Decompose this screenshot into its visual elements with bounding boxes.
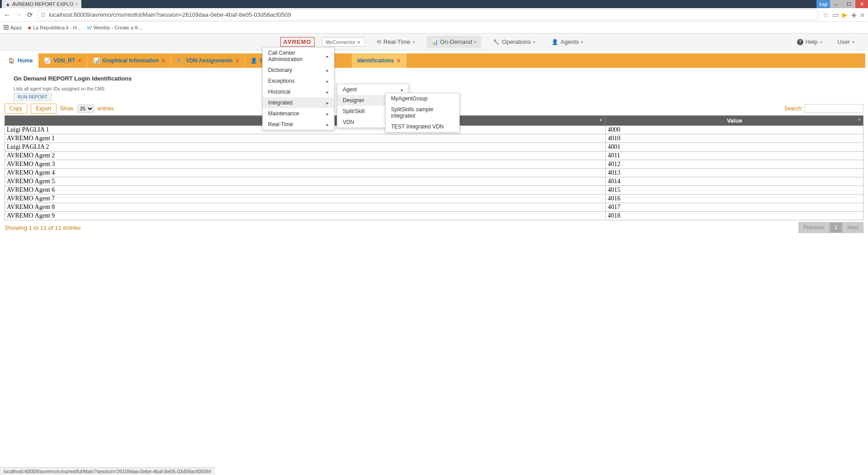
user-badge[interactable]: luigi <box>816 0 830 8</box>
cell-name: AVREMO Agent 9 <box>5 212 606 220</box>
app-logo: AVREMO <box>280 37 315 47</box>
tab-home[interactable]: 🏠 Home <box>3 53 38 68</box>
report-subtitle: Lists all agent login IDs assigned on th… <box>14 86 854 91</box>
menu-item[interactable]: MyAgentGroup <box>386 93 459 104</box>
search-label: Search: <box>784 105 803 112</box>
table-row: Luigi PAGLIA 24001 <box>5 143 863 152</box>
menu-item[interactable]: Maintenance▸ <box>263 108 334 119</box>
tab-graphical[interactable]: 📊 Graphical Information × <box>88 53 171 68</box>
close-icon[interactable]: × <box>78 57 81 64</box>
menu-item[interactable]: Historical▸ <box>263 86 334 97</box>
run-report-button[interactable]: RUN REPORT <box>14 93 52 101</box>
tab-title: AVREMO REPORT EXPLO <box>12 1 73 7</box>
page-size-select[interactable]: 25 <box>77 104 94 113</box>
table-row: AVREMO Agent 34012 <box>5 160 863 169</box>
maximize-button[interactable]: ☐ <box>843 0 855 8</box>
col-value[interactable]: Value♦ <box>606 116 863 126</box>
cell-name: Luigi PAGLIA 2 <box>5 143 606 152</box>
menu-help[interactable]: ? Help ▾ <box>793 36 827 48</box>
star-icon[interactable]: ☆ <box>823 11 829 19</box>
browser-tab[interactable]: ▲ AVREMO REPORT EXPLO × <box>2 0 81 8</box>
table-row: AVREMO Agent 14010 <box>5 134 863 143</box>
close-icon[interactable]: × <box>236 57 239 64</box>
close-icon[interactable]: × <box>161 57 165 64</box>
copy-button[interactable]: Copy <box>5 104 27 114</box>
table-row: AVREMO Agent 94018 <box>5 212 863 220</box>
close-icon[interactable]: × <box>75 1 78 7</box>
prev-button[interactable]: Previous <box>798 222 830 233</box>
window-close-button[interactable]: ✕ <box>855 0 868 8</box>
browser-title-bar: ▲ AVREMO REPORT EXPLO × luigi – ☐ ✕ <box>0 0 868 8</box>
entries-label: entries <box>98 105 114 112</box>
search-input[interactable] <box>805 104 863 113</box>
play-icon[interactable]: ▶ <box>842 11 848 19</box>
menu-item[interactable]: TEST Integrated VDN <box>386 121 459 132</box>
menu-item[interactable]: Exceptions▸ <box>263 76 334 86</box>
cell-name: AVREMO Agent 6 <box>5 186 606 195</box>
menu-item[interactable]: Call Center Administration▸ <box>263 48 334 65</box>
address-bar: ← → ⟳ 🗋 localhost:60009/avremo/cms/restf… <box>0 8 868 22</box>
device-icon[interactable]: ▭ <box>832 11 839 19</box>
connector-select[interactable]: MyConnector ▼ <box>322 38 365 47</box>
chart-icon: 📊 <box>431 39 438 45</box>
cell-value: 4016 <box>606 195 863 203</box>
menu-user[interactable]: User ▾ <box>833 36 859 48</box>
cell-name: AVREMO Agent 7 <box>5 195 606 203</box>
menu-item[interactable]: Dictionary▸ <box>263 65 334 76</box>
url-field[interactable]: 🗋 localhost:60009/avremo/cms/restful/Mai… <box>38 10 818 20</box>
cell-value: 4015 <box>606 186 863 195</box>
help-icon: ? <box>797 39 803 45</box>
tab-vdn-rt[interactable]: 📈 VDN_RT × <box>38 53 87 68</box>
menu-operations[interactable]: 🔧 Operations ▾ <box>488 36 540 48</box>
bookmarks-bar: Apps ■ La Repubblica.it - H... W Weebly … <box>0 22 868 33</box>
table-footer: Showing 1 to 11 of 11 entries Previous 1… <box>5 222 863 233</box>
cell-name: AVREMO Agent 2 <box>5 152 606 160</box>
bookmark-item[interactable]: ■ La Repubblica.it - H... <box>28 25 80 30</box>
menu-icon[interactable]: ≡ <box>860 11 864 19</box>
sort-icon: ▲ <box>599 117 603 122</box>
cell-name: AVREMO Agent 1 <box>5 134 606 143</box>
tab-vdn-assign[interactable]: 🔧 VDN Assignments × <box>171 53 245 68</box>
extension-icon[interactable]: ◈ <box>851 11 857 19</box>
menu-item[interactable]: SplitSkills sample integrated <box>386 104 459 121</box>
wrench-icon: 🔧 <box>493 39 500 45</box>
menu-item[interactable]: Integrated▸ <box>263 97 334 108</box>
bookmark-apps[interactable]: Apps <box>4 25 22 30</box>
back-button[interactable]: ← <box>4 11 11 19</box>
bookmark-item[interactable]: W Weebly - Create a fr... <box>87 25 142 30</box>
page-tabs: 🏠 Home 📈 VDN_RT × 📊 Graphical Informatio… <box>3 53 865 68</box>
page-icon: 🗋 <box>41 12 46 18</box>
page-number[interactable]: 1 <box>830 222 843 233</box>
tab-identifications[interactable]: Identifications × <box>352 53 406 68</box>
cell-value: 4011 <box>606 152 863 160</box>
export-button[interactable]: Export <box>31 104 57 114</box>
show-label: Show <box>60 105 74 112</box>
table-row: AVREMO Agent 44013 <box>5 169 863 177</box>
wrench-icon: 🔧 <box>176 57 183 64</box>
reload-button[interactable]: ⟳ <box>27 11 33 19</box>
cell-name: AVREMO Agent 5 <box>5 177 606 186</box>
cell-name: AVREMO Agent 3 <box>5 160 606 169</box>
table-row: AVREMO Agent 64015 <box>5 186 863 195</box>
designer-submenu[interactable]: MyAgentGroupSplitSkills sample integrate… <box>385 93 460 133</box>
user-icon: 👤 <box>552 39 558 45</box>
minimize-button[interactable]: – <box>830 0 843 8</box>
favicon: W <box>87 25 92 30</box>
next-button[interactable]: Next <box>842 222 863 233</box>
cell-value: 4013 <box>606 169 863 177</box>
chart-icon: 📊 <box>93 57 100 64</box>
forward-button[interactable]: → <box>15 11 23 19</box>
favicon: ■ <box>28 25 31 30</box>
menu-agents[interactable]: 👤 Agents ▾ <box>547 36 588 48</box>
menu-realtime[interactable]: ⟲ Real-Time ▾ <box>372 36 419 48</box>
url-text: localhost:60009/avremo/cms/restful/Main?… <box>49 11 291 18</box>
close-icon[interactable]: × <box>397 57 401 64</box>
table-row: AVREMO Agent 74016 <box>5 195 863 203</box>
menu-item[interactable]: Real-Time▸ <box>263 119 334 130</box>
table-row: AVREMO Agent 84017 <box>5 203 863 212</box>
cell-name: AVREMO Agent 4 <box>5 169 606 177</box>
ondemand-submenu[interactable]: Call Center Administration▸Dictionary▸Ex… <box>262 47 335 130</box>
menu-ondemand[interactable]: 📊 On-Demand ▾ <box>427 36 481 48</box>
showing-text: Showing 1 to 11 of 11 entries <box>5 224 80 231</box>
cell-value: 4001 <box>606 143 863 152</box>
